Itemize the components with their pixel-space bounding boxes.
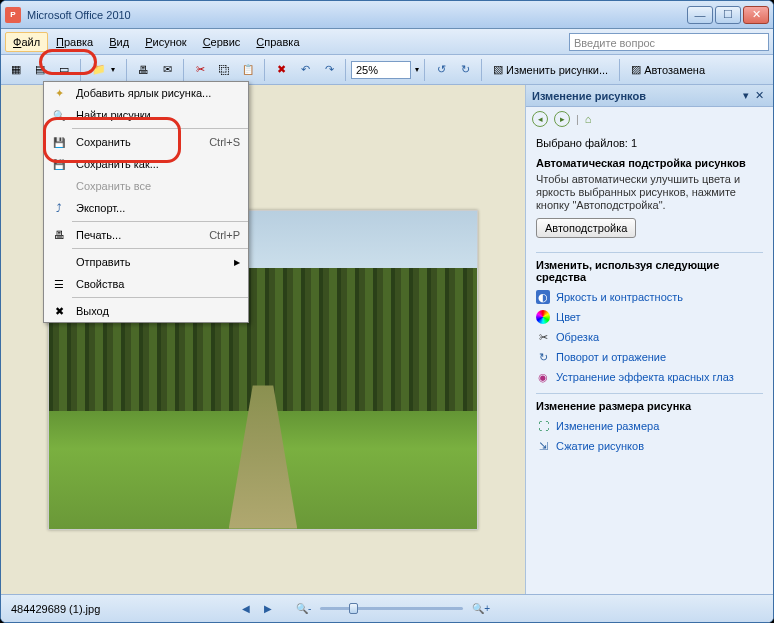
menuitem-find-pictures[interactable]: Найти рисунки... [44,104,248,126]
minimize-button[interactable]: — [687,6,713,24]
pane-header: Изменение рисунков ▾ ✕ [526,85,773,107]
menuitem-print[interactable]: Печать...Ctrl+P [44,224,248,246]
file-menu-dropdown: Добавить ярлык рисунка... Найти рисунки.… [43,81,249,323]
task-pane: Изменение рисунков ▾ ✕ ◂ ▸ | Выбрано фай… [525,85,773,594]
cut-icon[interactable] [189,59,211,81]
view-thumb-btn[interactable]: ▦ [5,59,27,81]
edit-pictures-button[interactable]: ▧ Изменить рисунки... [487,63,614,76]
link-redeye[interactable]: ◉Устранение эффекта красных глаз [536,367,763,387]
help-question-input[interactable]: Введите вопрос [569,33,769,51]
maximize-button[interactable]: ☐ [715,6,741,24]
menuitem-exit[interactable]: Выход [44,300,248,322]
auto-adjust-button[interactable]: Автоподстройка [536,218,636,238]
pane-home-icon[interactable] [585,113,592,125]
pane-dropdown-icon[interactable]: ▾ [740,89,752,102]
link-crop[interactable]: ✂Обрезка [536,327,763,347]
zoom-input[interactable]: 25% [351,61,411,79]
zoom-in-icon[interactable]: 🔍+ [469,603,493,614]
menuitem-save[interactable]: СохранитьCtrl+S [44,131,248,153]
zoom-slider[interactable]: 🔍- 🔍+ [293,603,493,614]
rotate-right-icon[interactable]: ↻ [454,59,476,81]
link-brightness[interactable]: ◐Яркость и контрастность [536,287,763,307]
print-icon[interactable] [132,59,154,81]
app-window: P Microsoft Office 2010 — ☐ ✕ Файл Правк… [0,0,774,623]
menuitem-send[interactable]: Отправить▶ [44,251,248,273]
copy-icon[interactable] [213,59,235,81]
pane-close-icon[interactable]: ✕ [752,89,767,102]
auto-correct-button[interactable]: ▨ Автозамена [625,63,711,76]
menu-view[interactable]: Вид [101,32,137,52]
zoom-out-icon[interactable]: 🔍- [293,603,314,614]
menuitem-save-all: Сохранить все [44,175,248,197]
statusbar: 484429689 (1).jpg ◀ ▶ 🔍- 🔍+ [1,594,773,622]
auto-section-desc: Чтобы автоматически улучшить цвета и ярк… [536,173,763,212]
rotate-left-icon[interactable]: ↺ [430,59,452,81]
pane-title: Изменение рисунков [532,90,740,102]
pane-fwd-icon[interactable]: ▸ [554,111,570,127]
selected-count: Выбрано файлов: 1 [536,137,763,149]
undo-icon[interactable] [294,59,316,81]
shortcuts-dropdown[interactable]: 📁▾ [86,63,121,76]
mail-icon[interactable] [156,59,178,81]
close-button[interactable]: ✕ [743,6,769,24]
titlebar: P Microsoft Office 2010 — ☐ ✕ [1,1,773,29]
menu-file[interactable]: Файл [5,32,48,52]
link-compress[interactable]: ⇲Сжатие рисунков [536,436,763,456]
auto-section-header: Автоматическая подстройка рисунков [536,157,763,169]
pane-back-icon[interactable]: ◂ [532,111,548,127]
menu-edit[interactable]: Правка [48,32,101,52]
app-icon: P [5,7,21,23]
menubar: Файл Правка Вид Рисунок Сервис Справка В… [1,29,773,55]
view-single-btn[interactable]: ▭ [53,59,75,81]
menu-help[interactable]: Справка [248,32,307,52]
next-image-button[interactable]: ▶ [261,603,275,614]
link-resize[interactable]: ⛶Изменение размера [536,416,763,436]
link-rotate[interactable]: ↻Поворот и отражение [536,347,763,367]
menuitem-export[interactable]: Экспорт... [44,197,248,219]
prev-image-button[interactable]: ◀ [239,603,253,614]
menuitem-add-shortcut[interactable]: Добавить ярлык рисунка... [44,82,248,104]
paste-icon[interactable] [237,59,259,81]
menuitem-save-as[interactable]: Сохранить как... [44,153,248,175]
view-filmstrip-btn[interactable]: ▤ [29,59,51,81]
menu-tools[interactable]: Сервис [195,32,249,52]
filename-label: 484429689 (1).jpg [11,603,231,615]
delete-icon[interactable] [270,59,292,81]
tools-section-header: Изменить, используя следующие средства [536,259,763,283]
redo-icon[interactable] [318,59,340,81]
link-color[interactable]: Цвет [536,307,763,327]
menuitem-properties[interactable]: Свойства [44,273,248,295]
zoom-thumb[interactable] [349,603,358,614]
pane-nav: ◂ ▸ | [526,107,773,131]
app-title: Microsoft Office 2010 [27,9,687,21]
size-section-header: Изменение размера рисунка [536,400,763,412]
menu-picture[interactable]: Рисунок [137,32,195,52]
